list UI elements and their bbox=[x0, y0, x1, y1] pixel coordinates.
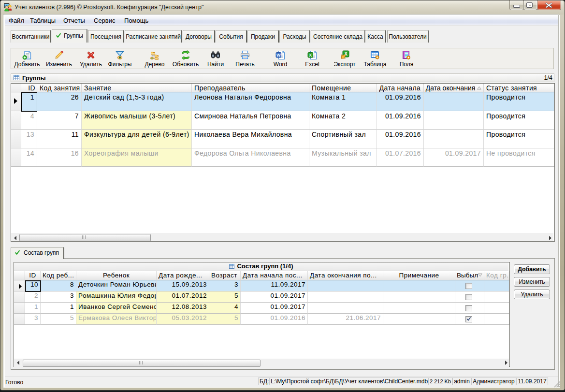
svg-text:X: X bbox=[309, 53, 312, 58]
svg-text:W: W bbox=[276, 53, 281, 58]
